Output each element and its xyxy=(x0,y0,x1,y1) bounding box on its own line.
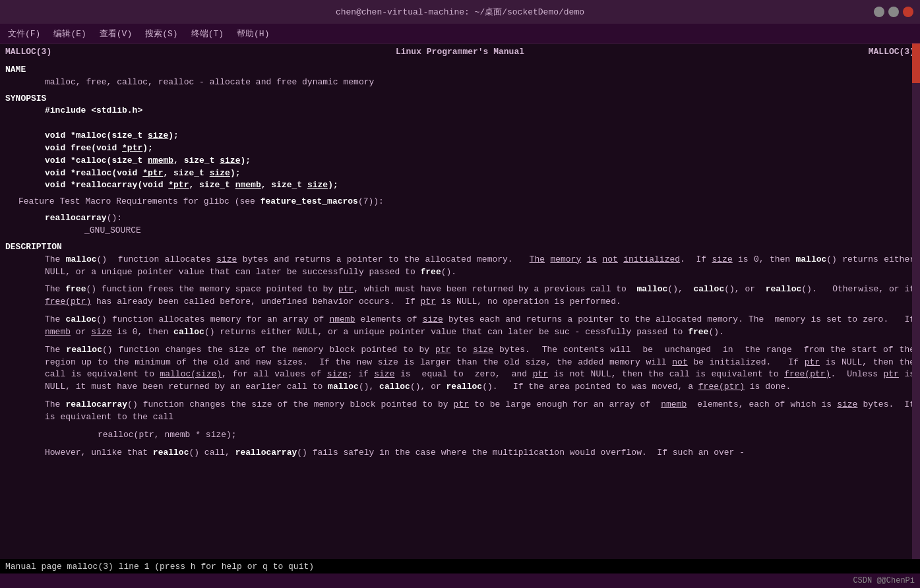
man-page-content: MALLOC(3) Linux Programmer's Manual MALL… xyxy=(0,44,920,559)
status-bar: Manual page malloc(3) line 1 (press h fo… xyxy=(0,559,920,573)
however-para: However, unlike that realloc() call, rea… xyxy=(5,447,915,459)
reallocarray-gnu: _GNU_SOURCE xyxy=(5,225,915,237)
title-bar: chen@chen-virtual-machine: ~/桌面/socketDe… xyxy=(0,0,920,24)
scrollbar-thumb[interactable] xyxy=(912,44,920,83)
bottom-label: CSDN @@ChenPi xyxy=(853,576,915,585)
close-button[interactable] xyxy=(903,7,913,17)
status-text: Manual page malloc(3) line 1 (press h fo… xyxy=(5,562,314,572)
realloc-para: The realloc() function changes the size … xyxy=(5,344,915,394)
name-label: NAME xyxy=(5,65,26,74)
description-section: DESCRIPTION The malloc() function alloca… xyxy=(5,241,915,459)
malloc-para: The malloc() function allocates size byt… xyxy=(5,254,915,279)
synopsis-blank xyxy=(5,117,915,130)
reallocarray-name: reallocarray(): xyxy=(5,212,915,225)
synopsis-free: void free(void *ptr); xyxy=(5,142,915,155)
menu-view[interactable]: 查看(V) xyxy=(94,26,137,41)
reallocarray-para: The reallocarray() function changes the … xyxy=(5,399,915,424)
synopsis-reallocarray: void *reallocarray(void *ptr, size_t nme… xyxy=(5,179,915,192)
window-controls xyxy=(874,7,913,17)
reallocarray-feature: reallocarray(): _GNU_SOURCE xyxy=(5,212,915,237)
minimize-button[interactable] xyxy=(874,7,884,17)
menu-file[interactable]: 文件(F) xyxy=(3,26,46,41)
menu-terminal[interactable]: 终端(T) xyxy=(186,26,229,41)
synopsis-section: SYNOPSIS #include <stdlib.h> void *mallo… xyxy=(5,93,915,192)
menu-edit[interactable]: 编辑(E) xyxy=(48,26,91,41)
menu-search[interactable]: 搜索(S) xyxy=(140,26,183,41)
name-content: malloc, free, calloc, realloc - allocate… xyxy=(5,76,915,89)
synopsis-malloc: void *malloc(size_t size); xyxy=(5,130,915,142)
calloc-para: The calloc() function allocates memory f… xyxy=(5,314,915,339)
synopsis-include: #include <stdlib.h> xyxy=(5,105,915,117)
feature-test-section: Feature Test Macro Requirements for glib… xyxy=(5,196,915,208)
maximize-button[interactable] xyxy=(888,7,899,17)
man-header-center: Linux Programmer's Manual xyxy=(396,46,524,59)
feature-test-text: Feature Test Macro Requirements for glib… xyxy=(5,196,915,208)
free-para: The free() function frees the memory spa… xyxy=(5,283,915,309)
menu-bar: 文件(F) 编辑(E) 查看(V) 搜索(S) 终端(T) 帮助(H) xyxy=(0,24,920,44)
name-section: NAME malloc, free, calloc, realloc - all… xyxy=(5,64,915,89)
man-header-right: MALLOC(3) xyxy=(869,46,915,59)
man-page-header: MALLOC(3) Linux Programmer's Manual MALL… xyxy=(5,46,915,59)
description-label: DESCRIPTION xyxy=(5,242,62,252)
synopsis-realloc: void *realloc(void *ptr, size_t size); xyxy=(5,167,915,180)
man-header-left: MALLOC(3) xyxy=(5,46,51,59)
synopsis-calloc: void *calloc(size_t nmemb, size_t size); xyxy=(5,155,915,167)
realloc-call-example: realloc(ptr, nmemb * size); xyxy=(5,429,915,442)
synopsis-label: SYNOPSIS xyxy=(5,94,46,103)
title-bar-title: chen@chen-virtual-machine: ~/桌面/socketDe… xyxy=(336,6,584,18)
terminal[interactable]: MALLOC(3) Linux Programmer's Manual MALL… xyxy=(0,44,920,559)
scrollbar[interactable] xyxy=(912,44,920,559)
menu-help[interactable]: 帮助(H) xyxy=(231,26,274,41)
bottom-bar: CSDN @@ChenPi xyxy=(0,573,920,588)
